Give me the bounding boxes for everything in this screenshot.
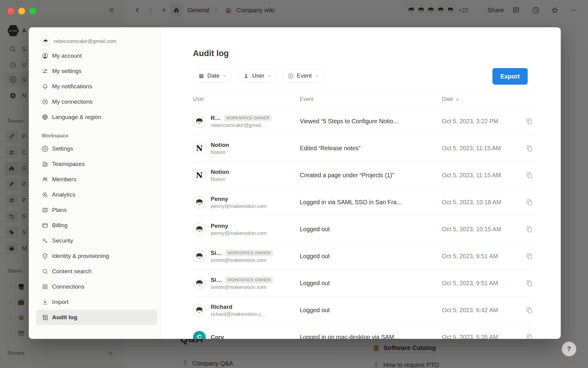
account-avatar	[42, 37, 50, 45]
event-date: Oct 5, 2023, 5:35 AM	[442, 334, 498, 339]
settings-menu-item[interactable]: Plans	[36, 202, 157, 218]
settings-menu-item[interactable]: Teamspaces	[36, 156, 157, 172]
audit-log-panel: Audit log Date User Event Export User Ev…	[160, 27, 561, 339]
workspace-owner-badge: WORKSPACE OWNER	[225, 277, 273, 283]
copy-icon[interactable]	[526, 333, 533, 339]
settings-menu-label: My connections	[52, 98, 92, 105]
table-row[interactable]: Si… WORKSPACE OWNER simon@makenotion.com…	[193, 243, 534, 270]
window-controls	[7, 8, 36, 14]
settings-menu-item[interactable]: Import	[36, 294, 157, 310]
settings-menu-item[interactable]: Security	[36, 233, 157, 248]
settings-menu-label: My account	[52, 52, 82, 59]
settings-menu-item[interactable]: Audit log	[36, 310, 157, 325]
settings-menu-item[interactable]: Billing	[36, 218, 157, 233]
event-date: Oct 5, 2023, 11:15 AM	[442, 145, 501, 152]
copy-icon[interactable]	[526, 198, 533, 206]
table-row[interactable]: Si… WORKSPACE OWNER simon@makenotion.com…	[193, 270, 534, 297]
settings-menu-item[interactable]: Language & region	[36, 109, 157, 125]
user-cell: Si… WORKSPACE OWNER simon@makenotion.com	[193, 277, 300, 290]
user-email: Notion	[211, 149, 229, 155]
date-cell: Oct 5, 2023, 11:15 AM	[442, 171, 534, 179]
column-header-user[interactable]: User	[193, 96, 300, 102]
avatar: C	[193, 331, 206, 339]
filter-label: Date	[207, 72, 220, 79]
export-button[interactable]: Export	[492, 68, 528, 85]
filter-pill-date[interactable]: Date	[193, 69, 232, 82]
column-header-event[interactable]: Event	[300, 96, 442, 102]
table-row[interactable]: N Notion Notion Created a page under “Pr…	[193, 162, 534, 189]
filter-pill-event[interactable]: Event	[282, 69, 324, 82]
close-window-button[interactable]	[7, 8, 14, 14]
date-cell: Oct 5, 2023, 6:42 AM	[442, 306, 534, 314]
scroll-icon	[42, 314, 48, 321]
gear-icon	[42, 145, 48, 152]
event-date: Oct 5, 2023, 10:18 AM	[442, 199, 501, 206]
settings-menu-item[interactable]: My connections	[36, 94, 157, 109]
avatar	[193, 304, 206, 317]
copy-icon[interactable]	[526, 279, 533, 287]
table-header: User Event Date	[193, 90, 534, 108]
settings-modal: rebeccamcakir@gmail.com My account My se…	[29, 27, 561, 339]
table-row[interactable]: C Cory Logged in on mac-desktop via SAM……	[193, 324, 534, 339]
account-menu: My account My settings My notifications …	[29, 48, 160, 125]
user-cell: Si… WORKSPACE OWNER simon@makenotion.com	[193, 250, 300, 263]
chevron-down-icon	[315, 74, 319, 78]
sort-descending-icon	[455, 97, 460, 102]
settings-menu-item[interactable]: Identity & provisioning	[36, 248, 157, 264]
minimize-window-button[interactable]	[18, 8, 25, 14]
copy-icon[interactable]	[526, 252, 533, 260]
copy-icon[interactable]	[526, 171, 533, 179]
copy-icon[interactable]	[526, 117, 533, 125]
settings-menu-label: Language & region	[52, 114, 101, 121]
workspace-owner-badge: WORKSPACE OWNER	[224, 115, 272, 121]
event-cell: Logged out	[300, 280, 442, 287]
table-row[interactable]: R… WORKSPACE OWNER rebeccamcakir@gmail.……	[193, 108, 534, 135]
user-name: Cory	[211, 334, 224, 339]
settings-menu-item[interactable]: Content search	[36, 264, 157, 279]
settings-menu-item[interactable]: Analytics	[36, 187, 157, 202]
avatar	[193, 223, 206, 236]
date-cell: Oct 5, 2023, 11:15 AM	[442, 144, 534, 152]
filter-pill-user[interactable]: User	[238, 69, 277, 82]
user-email: richard@makenotion.c…	[211, 311, 266, 317]
table-row[interactable]: Richard richard@makenotion.c… Logged out…	[193, 297, 534, 324]
map-icon	[42, 207, 48, 213]
copy-icon[interactable]	[526, 306, 533, 314]
filter-row: Date User Event Export	[193, 67, 528, 84]
members-icon	[42, 176, 48, 183]
copy-icon[interactable]	[526, 144, 533, 152]
zoom-window-button[interactable]	[29, 8, 36, 14]
analytics-icon	[42, 191, 48, 198]
event-cell: Logged in on mac-desktop via SAM…	[300, 334, 442, 339]
date-cell: Oct 5, 2023, 10:15 AM	[442, 225, 534, 233]
table-row[interactable]: Penny penny@makenotion.com Logged in via…	[193, 189, 534, 216]
event-date: Oct 5, 2023, 11:15 AM	[442, 172, 501, 179]
avatar	[193, 115, 206, 128]
settings-menu-label: Members	[52, 176, 76, 183]
calendar-icon	[198, 73, 205, 79]
settings-menu-item[interactable]: My notifications	[36, 79, 157, 94]
copy-icon[interactable]	[526, 225, 533, 233]
user-email: rebeccamcakir@gmail.…	[211, 122, 272, 128]
event-date: Oct 5, 2023, 3:22 PM	[442, 118, 498, 125]
settings-menu-item[interactable]: Settings	[36, 141, 157, 156]
building-icon	[42, 161, 48, 167]
settings-menu-label: Content search	[52, 268, 92, 275]
search-icon	[42, 268, 48, 275]
help-button[interactable]: ?	[562, 342, 576, 356]
column-header-date[interactable]: Date	[442, 96, 534, 102]
event-date: Oct 5, 2023, 9:51 AM	[442, 253, 498, 260]
person-circle-icon	[42, 52, 48, 59]
user-cell: R… WORKSPACE OWNER rebeccamcakir@gmail.…	[193, 115, 300, 128]
user-name: Penny	[211, 196, 228, 202]
event-date: Oct 5, 2023, 10:15 AM	[442, 226, 501, 233]
settings-menu-item[interactable]: My account	[36, 48, 157, 63]
filter-pills: Date User Event	[193, 69, 324, 82]
event-cell: Logged out	[300, 307, 442, 314]
settings-menu-item[interactable]: Connections	[36, 279, 157, 294]
table-row[interactable]: N Notion Notion Edited “Release notes” O…	[193, 135, 534, 162]
user-email: penny@makenotion.com	[211, 203, 267, 209]
table-row[interactable]: Penny penny@makenotion.com Logged out Oc…	[193, 216, 534, 243]
settings-menu-item[interactable]: Members	[36, 172, 157, 187]
settings-menu-item[interactable]: My settings	[36, 63, 157, 79]
